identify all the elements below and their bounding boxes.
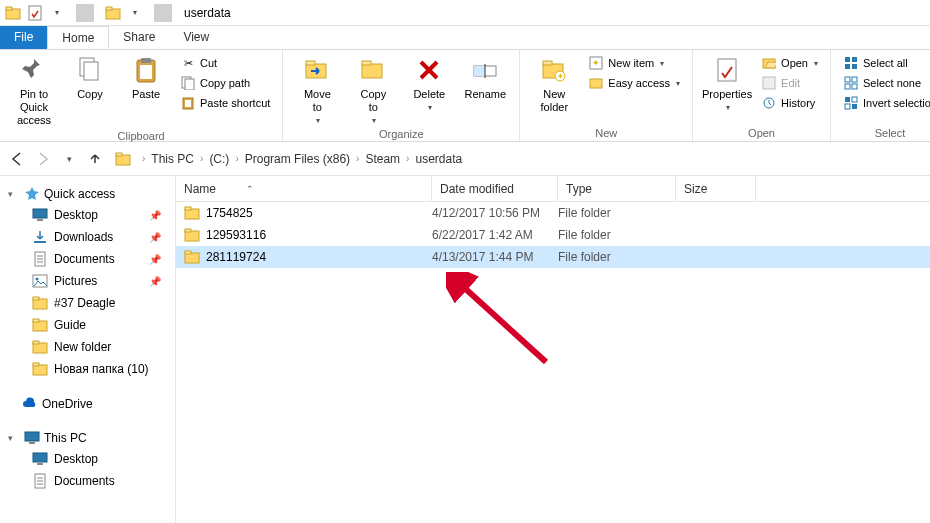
sidebar-item[interactable]: New folder bbox=[4, 336, 171, 358]
sidebar-item[interactable]: Guide bbox=[4, 314, 171, 336]
easy-access-icon bbox=[588, 75, 604, 91]
tab-home[interactable]: Home bbox=[47, 26, 109, 49]
sidebar-item[interactable]: Documents📌 bbox=[4, 248, 171, 270]
breadcrumb-item[interactable]: Program Files (x86)› bbox=[245, 152, 366, 166]
sidebar-item[interactable]: Desktop📌 bbox=[4, 204, 171, 226]
svg-rect-62 bbox=[33, 363, 39, 366]
chevron-right-icon[interactable]: › bbox=[356, 153, 359, 164]
sidebar-item-label: Guide bbox=[54, 318, 86, 332]
file-name: 129593116 bbox=[206, 228, 266, 242]
chevron-down-icon[interactable]: ▾ bbox=[8, 189, 20, 199]
select-none-icon bbox=[843, 75, 859, 91]
copy-path-icon bbox=[180, 75, 196, 91]
breadcrumb-item[interactable]: Steam› bbox=[365, 152, 415, 166]
sidebar-this-pc[interactable]: ▾ This PC bbox=[4, 428, 171, 448]
chevron-right-icon[interactable]: › bbox=[142, 153, 145, 164]
select-all-button[interactable]: Select all bbox=[841, 54, 930, 72]
breadcrumb-item[interactable]: This PC› bbox=[151, 152, 209, 166]
delete-button[interactable]: Delete▾ bbox=[405, 54, 453, 113]
breadcrumb[interactable]: › This PC› (C:)› Program Files (x86)› St… bbox=[110, 147, 924, 171]
cut-button[interactable]: ✂Cut bbox=[178, 54, 272, 72]
svg-rect-64 bbox=[29, 442, 35, 444]
recent-locations-button[interactable]: ▾ bbox=[58, 148, 80, 170]
sidebar-item[interactable]: Desktop bbox=[4, 448, 171, 470]
copy-button[interactable]: Copy bbox=[66, 54, 114, 101]
title-bar: ▾ ▾ userdata bbox=[0, 0, 930, 26]
back-button[interactable] bbox=[6, 148, 28, 170]
new-item-icon: ✦ bbox=[588, 55, 604, 71]
window-title: userdata bbox=[184, 6, 231, 20]
copy-to-button[interactable]: Copy to▾ bbox=[349, 54, 397, 126]
file-row[interactable]: 1295931166/22/2017 1:42 AMFile folder bbox=[176, 224, 930, 246]
sidebar-item-label: #37 Deagle bbox=[54, 296, 115, 310]
tab-share[interactable]: Share bbox=[109, 26, 169, 49]
sidebar-quick-access[interactable]: ▾ Quick access bbox=[4, 184, 171, 204]
file-row[interactable]: 2811197244/13/2017 1:44 PMFile folder bbox=[176, 246, 930, 268]
column-header-type[interactable]: Type bbox=[558, 176, 676, 201]
document-icon bbox=[32, 251, 48, 267]
svg-rect-11 bbox=[185, 79, 194, 90]
file-type: File folder bbox=[558, 206, 676, 220]
new-item-button[interactable]: ✦New item▾ bbox=[586, 54, 682, 72]
tab-file[interactable]: File bbox=[0, 26, 47, 49]
sidebar-item[interactable]: Pictures📌 bbox=[4, 270, 171, 292]
rename-button[interactable]: Rename bbox=[461, 54, 509, 101]
file-list-pane[interactable]: Name⌃ Date modified Type Size 17548254/1… bbox=[176, 176, 930, 523]
chevron-right-icon[interactable]: › bbox=[200, 153, 203, 164]
svg-rect-13 bbox=[185, 100, 191, 107]
column-header-size[interactable]: Size bbox=[676, 176, 756, 201]
properties-icon[interactable] bbox=[26, 4, 44, 22]
navigation-pane[interactable]: ▾ Quick access Desktop📌Downloads📌Documen… bbox=[0, 176, 176, 523]
breadcrumb-item[interactable]: (C:)› bbox=[209, 152, 244, 166]
main-area: ▾ Quick access Desktop📌Downloads📌Documen… bbox=[0, 176, 930, 523]
column-header-name[interactable]: Name⌃ bbox=[176, 176, 432, 201]
history-button[interactable]: History bbox=[759, 94, 820, 112]
copy-path-button[interactable]: Copy path bbox=[178, 74, 272, 92]
svg-rect-35 bbox=[852, 64, 857, 69]
svg-rect-36 bbox=[845, 77, 850, 82]
folder-icon bbox=[104, 4, 122, 22]
ribbon-group-select: Select all Select none Invert selection … bbox=[831, 50, 930, 141]
select-none-button[interactable]: Select none bbox=[841, 74, 930, 92]
up-button[interactable] bbox=[84, 148, 106, 170]
sidebar-item[interactable]: Documents bbox=[4, 470, 171, 492]
open-button[interactable]: Open▾ bbox=[759, 54, 820, 72]
title-dropdown-icon[interactable]: ▾ bbox=[126, 4, 144, 22]
file-list[interactable]: 17548254/12/2017 10:56 PMFile folder1295… bbox=[176, 202, 930, 523]
svg-rect-66 bbox=[37, 463, 43, 465]
column-header-date[interactable]: Date modified bbox=[432, 176, 558, 201]
qat-dropdown-icon[interactable]: ▾ bbox=[48, 4, 66, 22]
sidebar-item[interactable]: #37 Deagle bbox=[4, 292, 171, 314]
sidebar-item[interactable]: Новая папка (10) bbox=[4, 358, 171, 380]
invert-selection-button[interactable]: Invert selection bbox=[841, 94, 930, 112]
file-row[interactable]: 17548254/12/2017 10:56 PMFile folder bbox=[176, 202, 930, 224]
svg-rect-16 bbox=[362, 64, 382, 78]
properties-icon bbox=[711, 54, 743, 86]
copy-icon bbox=[74, 54, 106, 86]
download-icon bbox=[32, 229, 48, 245]
paste-shortcut-button[interactable]: Paste shortcut bbox=[178, 94, 272, 112]
chevron-down-icon: ▾ bbox=[814, 59, 818, 68]
tab-view[interactable]: View bbox=[169, 26, 223, 49]
pin-to-quick-access-button[interactable]: Pin to Quick access bbox=[10, 54, 58, 128]
svg-rect-17 bbox=[362, 61, 371, 65]
sidebar-item[interactable]: Downloads📌 bbox=[4, 226, 171, 248]
new-folder-button[interactable]: ✦ New folder bbox=[530, 54, 578, 114]
chevron-down-icon[interactable]: ▾ bbox=[8, 433, 20, 443]
desktop-icon bbox=[32, 207, 48, 223]
pin-icon: 📌 bbox=[149, 276, 161, 287]
svg-rect-9 bbox=[140, 65, 152, 79]
svg-point-54 bbox=[36, 278, 39, 281]
chevron-right-icon[interactable]: › bbox=[406, 153, 409, 164]
paste-button[interactable]: Paste bbox=[122, 54, 170, 101]
chevron-right-icon[interactable]: › bbox=[235, 153, 238, 164]
sidebar-onedrive[interactable]: OneDrive bbox=[4, 394, 171, 414]
scissors-icon: ✂ bbox=[180, 55, 196, 71]
breadcrumb-item[interactable]: userdata bbox=[415, 152, 462, 166]
move-to-button[interactable]: Move to▾ bbox=[293, 54, 341, 126]
file-name: 1754825 bbox=[206, 206, 253, 220]
forward-button[interactable] bbox=[32, 148, 54, 170]
chevron-down-icon: ▾ bbox=[316, 116, 320, 126]
easy-access-button[interactable]: Easy access▾ bbox=[586, 74, 682, 92]
properties-button[interactable]: Properties▾ bbox=[703, 54, 751, 113]
